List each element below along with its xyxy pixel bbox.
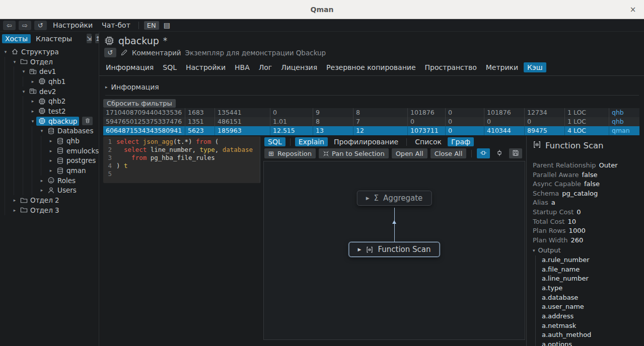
tree-expander-icon[interactable]: ▾	[20, 69, 27, 74]
output-column[interactable]: a.rule_number	[542, 255, 641, 265]
open-all-button[interactable]: Open All	[392, 148, 427, 158]
table-row[interactable]: 1710408709440433536168313544109810187601…	[103, 108, 639, 117]
reposition-button[interactable]: ⊞Reposition	[264, 148, 316, 158]
tree-item-body[interactable]: Структура	[9, 47, 61, 56]
view-tab-sql[interactable]: SQL	[264, 137, 285, 146]
chatbot-menu[interactable]: Чат-бот	[99, 21, 133, 29]
node-expander-icon[interactable]: ▶	[366, 196, 370, 201]
tree-expander-icon[interactable]: ▸	[38, 178, 45, 183]
output-expander-icon[interactable]: ▾	[533, 246, 535, 255]
output-column[interactable]: a.options	[542, 340, 641, 346]
tree-item-qhb1[interactable]: ▸qhb1	[0, 76, 99, 86]
tree-item-body[interactable]: qhb1	[36, 77, 67, 86]
plan-graph-canvas[interactable]: ▶ Σ Aggregate ▶ Function Scan	[263, 161, 525, 340]
tree-item-roles[interactable]: ▸Roles	[0, 176, 99, 186]
output-column[interactable]: a.address	[542, 312, 641, 321]
tab-информация[interactable]: Информация	[102, 62, 157, 72]
output-column[interactable]: a.user_name	[542, 302, 641, 312]
tree-item-test2[interactable]: ▸test2	[0, 106, 99, 116]
reset-filters-button[interactable]: Сбросить фильтры	[103, 99, 176, 108]
section-expander-icon[interactable]: ▸	[105, 84, 108, 90]
sql-editor[interactable]: 1select json_agg(t.*) from (2 select lin…	[103, 136, 260, 183]
table-row[interactable]: 6064871534343580941562318596312.51513121…	[103, 126, 639, 135]
window-titlebar[interactable]: Qman ×	[0, 0, 644, 19]
table-row[interactable]: 594765012537533747613514861511.018700001…	[103, 117, 639, 126]
tree-expander-icon[interactable]: ▸	[47, 148, 54, 153]
tree-item-отдел-2[interactable]: ▸Отдел 2	[0, 195, 99, 205]
tree-item-body[interactable]: qhb	[54, 136, 82, 145]
tree-item-qbackup[interactable]: ▾qbackup	[0, 116, 99, 126]
close-icon[interactable]: ×	[628, 5, 638, 15]
view-tab-профилирование[interactable]: Профилирование	[330, 137, 402, 146]
notebook-icon[interactable]: ▤	[162, 21, 172, 29]
tree-item-qhb[interactable]: ▸qhb	[0, 136, 99, 146]
tab-clusters[interactable]: Кластеры	[33, 34, 75, 43]
tree-item-body[interactable]: qman	[54, 166, 88, 175]
tree-item-body[interactable]: postgres	[54, 156, 98, 165]
collapse-all-button[interactable]: ⇲	[87, 34, 92, 43]
tree-item-qhb2[interactable]: ▸qhb2	[0, 96, 99, 106]
tree-item-структура[interactable]: ▾Структура	[0, 47, 99, 57]
tree-item-отдел-3[interactable]: ▸Отдел 3	[0, 205, 99, 215]
info-section-header[interactable]: ▸ Информация	[105, 83, 639, 96]
scroll-top-button[interactable]: ↥	[95, 34, 99, 43]
tree-item-body[interactable]: dev1	[27, 67, 58, 76]
tab-hba[interactable]: HBA	[231, 62, 253, 72]
output-column[interactable]: a.netmask	[542, 321, 641, 331]
database-link[interactable]: qman	[609, 126, 639, 135]
view-tab-список[interactable]: Список	[411, 137, 445, 146]
undo-comment-button[interactable]: ↺	[104, 48, 116, 57]
delete-host-button[interactable]	[82, 117, 93, 125]
tree-expander-icon[interactable]: ▾	[38, 128, 45, 133]
settings-menu[interactable]: Настройки	[50, 21, 96, 29]
output-column[interactable]: a.file_name	[542, 265, 641, 275]
tree-item-qman[interactable]: ▸qman	[0, 165, 99, 176]
tree-item-emulocks[interactable]: ▸emulocks	[0, 146, 99, 156]
view-tab-explain[interactable]: Explain	[295, 137, 328, 146]
tab-настройки[interactable]: Настройки	[182, 62, 229, 72]
pan-to-selection-button[interactable]: Pan to Selection	[319, 148, 389, 158]
comment-value[interactable]: Экземпляр для демонстрации Qbackup	[185, 49, 326, 57]
tree-item-body[interactable]: emulocks	[54, 146, 99, 155]
back-button[interactable]: ⇦	[3, 21, 16, 30]
tree-expander-icon[interactable]: ▸	[38, 188, 45, 193]
tree-item-postgres[interactable]: ▸postgres	[0, 156, 99, 166]
tab-пространство[interactable]: Пространство	[421, 62, 480, 72]
tree-item-body[interactable]: qbackup	[36, 117, 79, 126]
tab-резервное-копирование[interactable]: Резервное копирование	[323, 62, 419, 72]
tree-item-body[interactable]: Roles	[45, 176, 78, 185]
plan-node-aggregate[interactable]: ▶ Σ Aggregate	[357, 191, 432, 206]
tree-item-body[interactable]: Отдел 2	[18, 196, 61, 205]
output-column[interactable]: a.database	[542, 293, 641, 303]
tree-expander-icon[interactable]: ▾	[20, 89, 27, 94]
tree-item-body[interactable]: dev2	[27, 87, 58, 96]
tree-expander-icon[interactable]: ▸	[47, 138, 54, 143]
tree-item-dev1[interactable]: ▾dev1	[0, 66, 99, 76]
tree-expander-icon[interactable]: ▾	[29, 119, 36, 124]
tree-expander-icon[interactable]: ▸	[47, 168, 54, 173]
tree-expander-icon[interactable]: ▸	[47, 158, 54, 163]
tree-expander-icon[interactable]: ▸	[29, 79, 36, 84]
tree-item-отдел[interactable]: ▾Отдел	[0, 57, 99, 67]
tab-лог[interactable]: Лог	[255, 62, 275, 72]
database-link[interactable]: qhb	[609, 108, 639, 117]
save-plan-button[interactable]	[509, 148, 522, 158]
tab-sql[interactable]: SQL	[159, 62, 180, 72]
tree-item-dev2[interactable]: ▾dev2	[0, 86, 99, 97]
pencil-icon[interactable]	[120, 49, 128, 56]
tab-кэш[interactable]: Кэш	[524, 62, 546, 72]
tree-item-users[interactable]: ▸Users	[0, 186, 99, 196]
database-link[interactable]: qhb	[609, 117, 639, 126]
output-section-header[interactable]: ▾ Output	[533, 246, 641, 255]
tree-item-body[interactable]: Users	[45, 186, 79, 195]
tree-item-body[interactable]: test2	[36, 107, 68, 116]
undo-button[interactable]: ↺	[34, 21, 47, 30]
tree-expander-icon[interactable]: ▸	[29, 99, 36, 104]
tree-expander-icon[interactable]: ▾	[2, 49, 9, 54]
tree-item-body[interactable]: Databases	[45, 126, 95, 135]
tab-метрики[interactable]: Метрики	[482, 62, 522, 72]
language-button[interactable]: EN	[144, 21, 159, 30]
tree-item-databases[interactable]: ▾Databases	[0, 126, 99, 136]
tree-item-body[interactable]: qhb2	[36, 97, 67, 106]
tree-item-body[interactable]: Отдел 3	[18, 206, 61, 215]
